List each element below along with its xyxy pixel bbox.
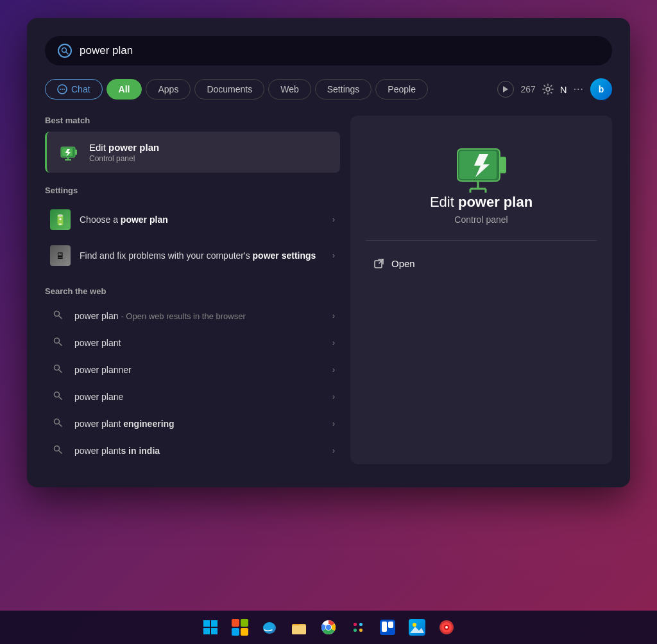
chat-icon — [57, 84, 67, 94]
svg-line-23 — [59, 424, 62, 426]
search-loop-icon-5 — [50, 417, 65, 430]
web-item-3[interactable]: power planner › — [45, 356, 340, 383]
svg-point-22 — [55, 419, 60, 424]
chevron-icon-2: › — [332, 251, 335, 260]
web-item-3-text: power planner — [74, 365, 323, 375]
svg-line-17 — [59, 343, 62, 345]
chevron-icon-1: › — [332, 215, 335, 224]
svg-rect-55 — [382, 622, 387, 632]
open-button[interactable]: Open — [366, 252, 597, 274]
tab-apps[interactable]: Apps — [146, 79, 191, 100]
web-item-4[interactable]: power plane › — [45, 383, 340, 410]
photos-icon[interactable] — [404, 614, 430, 640]
right-panel: Edit power plan Control panel Open — [350, 116, 612, 464]
start-button[interactable] — [198, 614, 223, 640]
tab-chat[interactable]: Chat — [45, 79, 103, 100]
svg-rect-36 — [203, 620, 210, 627]
chevron-icon-web-1: › — [332, 311, 335, 320]
svg-point-14 — [55, 311, 60, 317]
svg-rect-37 — [211, 620, 218, 627]
power-fix-icon: 🖥 — [50, 245, 71, 266]
edge-icon[interactable] — [257, 614, 282, 640]
svg-rect-41 — [241, 619, 248, 627]
best-match-title: Edit power plan — [89, 142, 159, 153]
detail-subtitle: Control panel — [454, 214, 508, 225]
settings-icon — [542, 83, 554, 95]
more-button[interactable]: ··· — [574, 83, 584, 95]
svg-rect-39 — [211, 628, 218, 634]
chevron-icon-web-6: › — [332, 446, 335, 455]
web-section-label: Search the web — [45, 286, 340, 296]
svg-line-1 — [66, 52, 68, 54]
search-bar[interactable]: power plan — [45, 36, 612, 65]
settings-item-1[interactable]: 🔋 Choose a power plan › — [45, 202, 340, 238]
search-loop-icon-4 — [50, 390, 65, 403]
best-match-subtitle: Control panel — [89, 154, 159, 163]
power-plan-icon — [57, 141, 80, 164]
store-icon[interactable] — [227, 614, 253, 640]
svg-rect-56 — [388, 622, 393, 628]
search-window: power plan Chat All Apps Documents Web S… — [27, 18, 630, 487]
svg-rect-52 — [354, 629, 357, 632]
web-item-2[interactable]: power plant › — [45, 329, 340, 356]
settings-item-2[interactable]: 🖥 Find and fix problems with your comput… — [45, 238, 340, 274]
radial-menu-icon[interactable] — [434, 614, 459, 640]
svg-point-24 — [55, 446, 60, 451]
svg-line-35 — [379, 259, 383, 263]
web-section: Search the web power plan - Open web res… — [45, 286, 340, 464]
svg-rect-43 — [241, 628, 248, 636]
filter-tabs: Chat All Apps Documents Web Settings Peo… — [45, 78, 612, 100]
svg-rect-27 — [500, 157, 506, 173]
svg-line-25 — [59, 451, 62, 453]
tab-people[interactable]: People — [375, 79, 428, 100]
open-icon — [373, 257, 385, 269]
search-loop-icon-3 — [50, 363, 65, 376]
best-match-item[interactable]: Edit power plan Control panel — [45, 132, 340, 173]
open-label: Open — [391, 258, 415, 269]
svg-rect-38 — [203, 628, 210, 634]
power-plan-small-icon: 🔋 — [50, 209, 71, 230]
search-input[interactable]: power plan — [80, 44, 599, 57]
web-item-2-text: power plant — [74, 338, 323, 348]
svg-rect-50 — [354, 623, 357, 626]
web-item-1-text: power plan - Open web results in the bro… — [74, 311, 323, 321]
play-button[interactable] — [497, 81, 514, 98]
tab-documents[interactable]: Documents — [194, 79, 264, 100]
tab-web[interactable]: Web — [268, 79, 311, 100]
svg-point-63 — [445, 626, 448, 629]
svg-rect-42 — [232, 628, 239, 636]
settings-section: Settings 🔋 Choose a power plan › 🖥 Find … — [45, 186, 340, 274]
svg-rect-51 — [359, 623, 363, 626]
search-loop-icon-6 — [50, 444, 65, 457]
svg-point-5 — [64, 89, 65, 90]
best-match-label: Best match — [45, 116, 340, 125]
svg-point-49 — [326, 625, 331, 630]
svg-point-20 — [55, 392, 60, 397]
divider — [366, 240, 597, 241]
svg-line-15 — [59, 316, 62, 318]
trello-icon[interactable] — [375, 614, 400, 640]
chrome-icon[interactable] — [316, 614, 341, 640]
best-match-text: Edit power plan Control panel — [89, 142, 159, 163]
web-item-6[interactable]: power plants in india › — [45, 437, 340, 464]
svg-point-4 — [62, 89, 63, 90]
count-badge: 267 — [520, 84, 535, 94]
svg-point-0 — [62, 48, 67, 53]
taskbar — [0, 611, 657, 644]
web-item-5[interactable]: power plant engineering › — [45, 410, 340, 437]
search-loop-icon-2 — [50, 336, 65, 349]
file-explorer-icon[interactable] — [286, 614, 312, 640]
slack-icon[interactable] — [345, 614, 371, 640]
settings-item-2-text: Find and fix problems with your computer… — [80, 250, 323, 261]
tab-all[interactable]: All — [107, 79, 142, 100]
tab-settings[interactable]: Settings — [315, 79, 372, 100]
settings-item-1-text: Choose a power plan — [80, 214, 323, 225]
svg-line-19 — [59, 370, 62, 372]
web-item-1[interactable]: power plan - Open web results in the bro… — [45, 302, 340, 329]
svg-marker-6 — [503, 86, 508, 92]
search-loop-icon-1 — [50, 309, 65, 322]
svg-point-16 — [55, 338, 60, 344]
chevron-icon-web-2: › — [332, 338, 335, 347]
bing-button[interactable]: b — [590, 78, 612, 100]
svg-rect-46 — [292, 625, 306, 634]
